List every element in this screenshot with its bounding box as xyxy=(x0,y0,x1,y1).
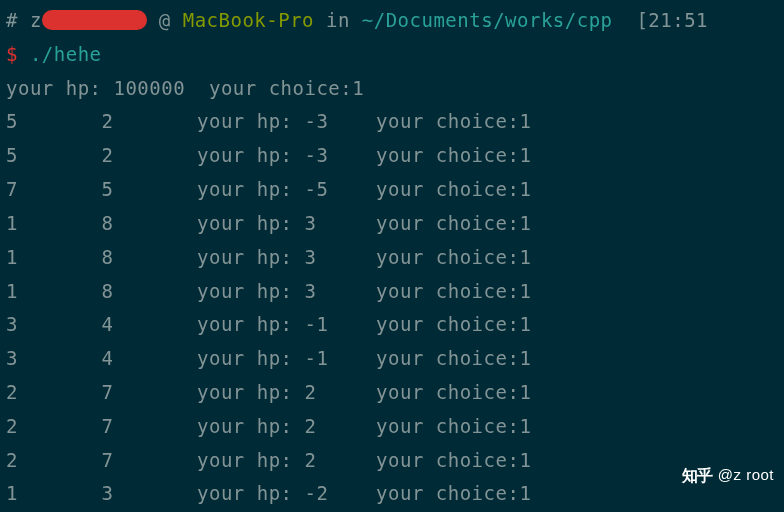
output-row: 1 3 your hp: -2 your choice:1 xyxy=(6,477,778,511)
output-row: 3 4 your hp: -1 your choice:1 xyxy=(6,308,778,342)
output-row: 1 8 your hp: 3 your choice:1 xyxy=(6,241,778,275)
watermark: 知乎 @z root xyxy=(682,462,774,490)
command-line: $ ./hehe xyxy=(6,38,778,72)
username-redacted xyxy=(42,10,147,30)
prompt-hash: # xyxy=(6,9,18,31)
prompt-user-prefix: z xyxy=(30,9,42,31)
output-rows: 5 2 your hp: -3 your choice:15 2 your hp… xyxy=(6,105,778,511)
prompt-at: @ xyxy=(147,9,183,31)
prompt-host: MacBook-Pro xyxy=(183,9,314,31)
output-first: your hp: 100000 your choice:1 xyxy=(6,72,778,106)
prompt-path: ~/Documents/works/cpp xyxy=(362,9,613,31)
output-row: 5 2 your hp: -3 your choice:1 xyxy=(6,105,778,139)
zhihu-icon: 知乎 xyxy=(682,462,712,490)
prompt-time: [21:51 xyxy=(613,9,709,31)
command-text: ./hehe xyxy=(18,43,102,65)
shell-prompt: # z @ MacBook-Pro in ~/Documents/works/c… xyxy=(6,4,778,38)
output-row: 5 2 your hp: -3 your choice:1 xyxy=(6,139,778,173)
output-row: 2 7 your hp: 2 your choice:1 xyxy=(6,410,778,444)
output-row: 1 8 your hp: 3 your choice:1 xyxy=(6,207,778,241)
watermark-text: @z root xyxy=(718,462,774,489)
output-row: 2 7 your hp: 2 your choice:1 xyxy=(6,376,778,410)
output-row: 3 4 your hp: -1 your choice:1 xyxy=(6,342,778,376)
output-row: 1 8 your hp: 3 your choice:1 xyxy=(6,275,778,309)
output-row: 2 7 your hp: 2 your choice:1 xyxy=(6,444,778,478)
prompt-in: in xyxy=(314,9,362,31)
prompt-dollar: $ xyxy=(6,43,18,65)
output-row: 7 5 your hp: -5 your choice:1 xyxy=(6,173,778,207)
